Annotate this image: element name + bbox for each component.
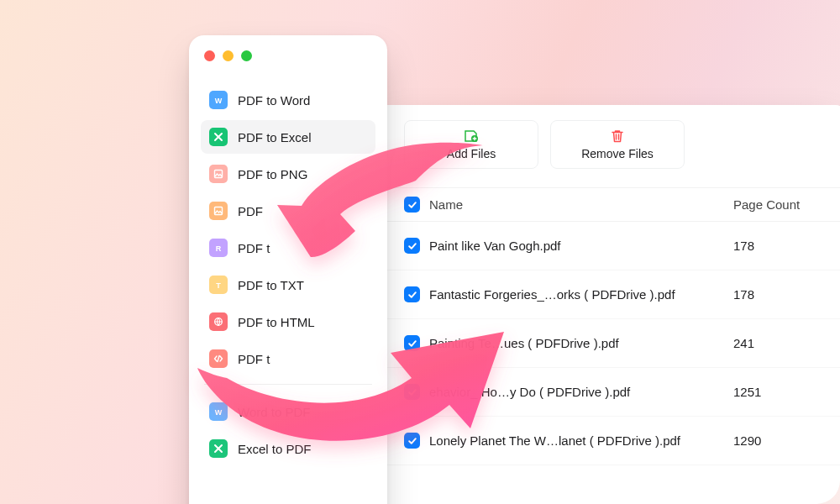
trash-icon [610,129,625,144]
word-icon: W [209,91,228,109]
html-icon [209,312,228,331]
toolbar: Add Files Remove Files [374,105,840,188]
excel-icon [209,128,228,146]
sidebar-item-pdf-to-excel[interactable]: PDF to Excel [201,120,375,154]
table-row[interactable]: Paint like Van Gogh.pdf 178 [374,222,840,270]
sidebar-item-pdf-to-txt[interactable]: T PDF to TXT [201,268,375,302]
add-file-icon [463,129,480,144]
page-count: 1251 [733,385,826,399]
sidebar-item-label: Word to PDF [238,405,310,419]
svg-text:W: W [215,97,223,105]
column-header-pages[interactable]: Page Count [733,197,826,212]
conversion-list: W PDF to Word PDF to Excel PDF to PNG PD… [189,83,387,465]
sidebar-item-pdf-d[interactable]: PDF t [201,342,375,375]
excel-icon [209,439,228,458]
file-name: ehavior_ Ho…y Do ( PDFDrive ).pdf [429,385,733,399]
sidebar-item-pdf-to-word[interactable]: W PDF to Word [201,83,375,117]
svg-text:W: W [215,408,223,417]
select-all-checkbox[interactable] [404,197,420,213]
remove-files-button[interactable]: Remove Files [550,120,685,169]
file-name: Painting Te…ues ( PDFDrive ).pdf [429,336,733,350]
table-row[interactable]: Lonely Planet The W…lanet ( PDFDrive ).p… [374,417,840,465]
row-checkbox[interactable] [404,335,420,351]
sidebar-item-label: PDF to HTML [238,315,315,329]
sidebar-item-pdf-c[interactable]: R PDF t [201,231,375,265]
svg-text:T: T [216,281,221,290]
sidebar-item-label: PDF t [238,352,270,366]
sidebar-item-label: PDF to PNG [238,167,307,181]
file-name: Lonely Planet The W…lanet ( PDFDrive ).p… [429,433,733,448]
sidebar-item-pdf-b[interactable]: PDF [201,194,375,228]
page-count: 178 [733,287,826,302]
column-header-name[interactable]: Name [429,197,733,212]
remove-files-label: Remove Files [581,147,654,160]
window-traffic-lights [189,50,387,61]
table-row[interactable]: ehavior_ Ho…y Do ( PDFDrive ).pdf 1251 [374,368,840,417]
row-checkbox[interactable] [404,384,420,400]
svg-rect-1 [215,171,223,178]
sidebar-item-label: Excel to PDF [238,442,312,456]
file-name: Paint like Van Gogh.pdf [429,239,733,253]
sidebar-item-label: PDF to Excel [238,130,312,144]
minimize-icon[interactable] [223,50,234,61]
file-name: Fantastic Forgeries_…orks ( PDFDrive ).p… [429,287,733,302]
code-icon [209,349,228,368]
rtf-icon: R [209,239,228,257]
text-icon: T [209,276,228,294]
word-icon: W [209,402,228,421]
page-count: 1290 [733,433,826,448]
table-header: Name Page Count [374,188,840,222]
page-count: 241 [733,336,826,350]
svg-text:R: R [216,244,222,253]
page-count: 178 [733,239,826,253]
row-checkbox[interactable] [404,238,420,254]
sidebar-item-excel-to-pdf[interactable]: Excel to PDF [201,432,375,465]
table-row[interactable]: Painting Te…ues ( PDFDrive ).pdf 241 [374,319,840,368]
sidebar-item-pdf-to-html[interactable]: PDF to HTML [201,305,375,339]
sidebar-separator [204,384,372,385]
sidebar-item-label: PDF to Word [238,93,310,108]
table-row[interactable]: Fantastic Forgeries_…orks ( PDFDrive ).p… [374,270,840,319]
svg-rect-2 [215,207,223,215]
sidebar-item-pdf-to-png[interactable]: PDF to PNG [201,157,375,191]
sidebar-item-label: PDF [238,204,263,218]
row-checkbox[interactable] [404,286,420,302]
file-list-panel: Add Files Remove Files Name Page Count P… [374,105,840,504]
image-icon [209,202,228,220]
sidebar-item-word-to-pdf[interactable]: W Word to PDF [201,395,375,428]
row-checkbox[interactable] [404,433,420,449]
image-icon [209,165,228,183]
maximize-icon[interactable] [241,50,252,61]
sidebar-item-label: PDF to TXT [238,278,304,292]
sidebar-item-label: PDF t [238,241,270,255]
close-icon[interactable] [204,50,215,61]
add-files-label: Add Files [447,147,496,160]
add-files-button[interactable]: Add Files [404,120,538,169]
sidebar-window: W PDF to Word PDF to Excel PDF to PNG PD… [189,35,387,504]
